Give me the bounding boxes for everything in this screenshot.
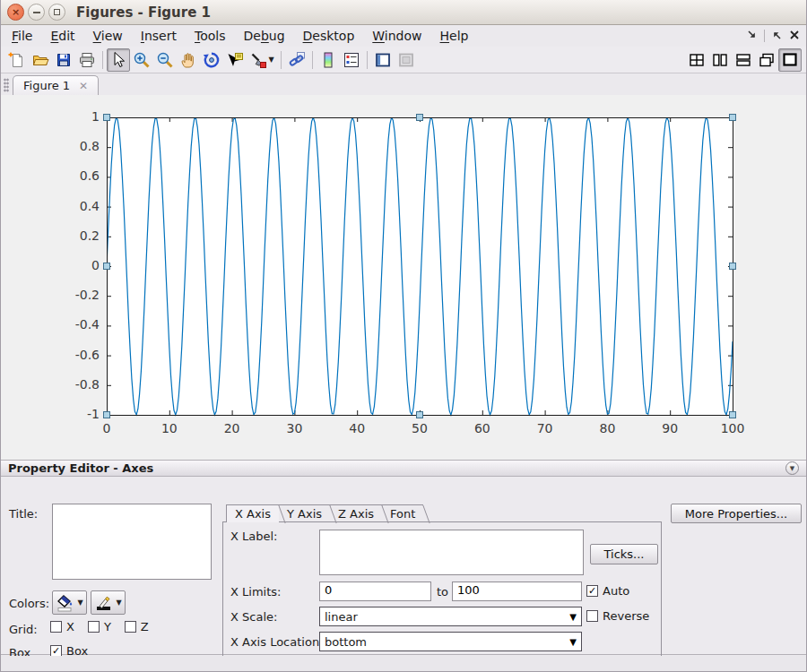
document-tabbar: Figure 1 ✕ — [1, 73, 806, 95]
menu-help[interactable]: Help — [431, 27, 478, 45]
open-file-icon[interactable] — [29, 48, 52, 72]
x-scale-dropdown[interactable]: linear ▼ — [319, 607, 582, 626]
insert-colorbar-icon[interactable] — [317, 48, 340, 72]
edit-plot-pointer-icon[interactable] — [107, 48, 130, 72]
menu-edit[interactable]: Edit — [41, 27, 83, 45]
plot-axes[interactable] — [107, 117, 734, 417]
x-tick-label: 20 — [207, 421, 257, 435]
dropdown-arrow-icon: ▼ — [569, 637, 577, 647]
line-color-button[interactable]: ▼ — [91, 590, 126, 615]
link-plot-icon[interactable] — [285, 48, 308, 72]
tab-close-icon[interactable]: ✕ — [79, 80, 88, 92]
x-tick-label: 80 — [582, 421, 632, 435]
layout-maximize-icon[interactable] — [778, 48, 802, 72]
selection-handle[interactable] — [416, 114, 423, 121]
menu-desktop[interactable]: Desktop — [294, 27, 364, 45]
menu-tools[interactable]: Tools — [186, 27, 235, 45]
grid-y-checkbox[interactable] — [88, 621, 100, 633]
title-label: Title: — [9, 507, 38, 521]
x-tick-label: 10 — [144, 421, 195, 435]
layout-split-vertical-icon[interactable] — [708, 48, 732, 72]
y-tick-label: 1 — [53, 109, 100, 124]
rotate-3d-icon[interactable] — [200, 48, 223, 72]
tab-z-axis[interactable]: Z Axis — [330, 504, 382, 522]
tabbar-drag-handle-icon[interactable] — [4, 78, 9, 92]
collapse-panel-icon[interactable]: ▼ — [785, 461, 799, 475]
y-tick-label: -0.2 — [53, 288, 100, 302]
minimize-window-icon[interactable] — [28, 4, 45, 21]
x-axis-location-label: X Axis Location: — [230, 635, 324, 649]
figure-canvas[interactable]: 0102030405060708090100-1-0.8-0.6-0.4-0.2… — [1, 95, 806, 460]
more-properties-button[interactable]: More Properties... — [671, 504, 802, 523]
auto-checkbox-label: Auto — [603, 584, 629, 598]
selection-handle[interactable] — [103, 411, 110, 418]
y-tick-label: 0.6 — [53, 168, 100, 183]
tab-figure-1[interactable]: Figure 1 ✕ — [13, 75, 99, 95]
figures-window: × Figures - Figure 1 FileEditViewInsertT… — [0, 0, 807, 672]
new-figure-icon[interactable] — [5, 48, 29, 72]
x-scale-value: linear — [325, 610, 358, 624]
fill-color-button[interactable]: ▼ — [52, 590, 87, 615]
property-editor-header[interactable]: Property Editor - Axes ▼ — [1, 461, 806, 477]
selection-handle[interactable] — [416, 411, 423, 418]
save-figure-icon[interactable] — [52, 48, 75, 72]
x-axis-location-value: bottom — [325, 635, 367, 649]
reverse-checkbox-row: Reverse — [586, 609, 649, 623]
x-limit-min-input[interactable]: 0 — [319, 582, 431, 601]
selection-handle[interactable] — [103, 114, 110, 121]
tab-label: Figure 1 — [23, 79, 70, 92]
grid-x-checkbox[interactable] — [50, 621, 62, 633]
menu-debug[interactable]: Debug — [235, 27, 294, 45]
menu-view[interactable]: View — [84, 27, 132, 45]
x-limit-max-input[interactable]: 100 — [452, 582, 582, 601]
layout-split-horizontal-icon[interactable] — [732, 48, 755, 72]
tab-font[interactable]: Font — [382, 504, 423, 522]
menu-file[interactable]: File — [3, 27, 41, 45]
x-axis-location-dropdown[interactable]: bottom ▼ — [319, 632, 582, 651]
auto-checkbox[interactable] — [586, 585, 598, 597]
print-figure-icon[interactable] — [75, 48, 99, 72]
axis-tabs: X AxisY AxisZ AxisFont — [226, 504, 423, 522]
maximize-window-icon[interactable] — [48, 4, 65, 21]
y-tick-label: -0.4 — [53, 317, 100, 332]
undock-icon[interactable] — [770, 29, 783, 44]
selection-handle[interactable] — [103, 263, 110, 270]
dropdown-arrow-icon: ▼ — [569, 612, 577, 622]
x-label-input[interactable] — [319, 530, 584, 575]
data-cursor-icon[interactable] — [223, 48, 247, 72]
x-label-label: X Label: — [230, 530, 278, 543]
figure-toolbar: ▼ — [1, 47, 806, 73]
x-limits-label: X Limits: — [230, 585, 281, 599]
grid-z-checkbox[interactable] — [125, 621, 136, 633]
title-input[interactable] — [52, 504, 212, 580]
menu-window[interactable]: Window — [363, 27, 430, 45]
ticks-button[interactable]: Ticks... — [590, 544, 658, 564]
zoom-in-icon[interactable] — [130, 48, 153, 72]
dock-figures-icon[interactable] — [746, 29, 759, 44]
x-tick-label: 90 — [645, 421, 695, 435]
layout-grid-icon[interactable] — [685, 48, 708, 72]
selection-handle[interactable] — [729, 411, 736, 418]
pan-icon[interactable] — [177, 48, 200, 72]
hide-plot-tools-icon[interactable] — [371, 48, 395, 72]
grid-label: Grid: — [9, 623, 38, 636]
menu-insert[interactable]: Insert — [132, 27, 186, 45]
reverse-checkbox[interactable] — [586, 610, 598, 622]
layout-cascade-icon[interactable] — [755, 48, 778, 72]
reverse-checkbox-label: Reverse — [603, 609, 649, 623]
brush-data-icon[interactable]: ▼ — [247, 48, 277, 72]
zoom-out-icon[interactable] — [153, 48, 177, 72]
x-tick-label: 100 — [707, 421, 758, 435]
selection-handle[interactable] — [729, 263, 736, 270]
grid-z-label: Z — [141, 620, 149, 633]
selection-handle[interactable] — [729, 114, 736, 121]
close-window-icon[interactable]: × — [7, 4, 24, 21]
menu-window-controls — [746, 29, 806, 44]
tab-y-axis[interactable]: Y Axis — [279, 504, 330, 522]
y-tick-label: -0.8 — [53, 377, 100, 392]
close-container-icon[interactable] — [788, 29, 801, 44]
insert-legend-icon[interactable] — [340, 48, 363, 72]
x-tick-label: 50 — [395, 421, 445, 435]
tab-x-axis[interactable]: X Axis — [226, 504, 279, 522]
grid-checkbox-group: XYZ — [50, 620, 158, 633]
